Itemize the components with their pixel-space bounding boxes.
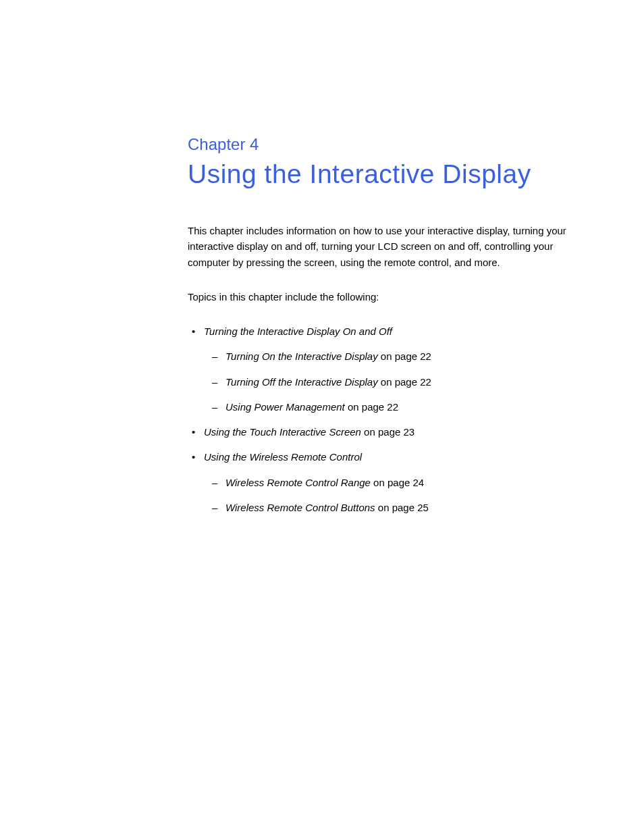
toc-item-title: Using the Touch Interactive Screen: [204, 426, 361, 438]
toc-sublist: Wireless Remote Control Range on page 24…: [204, 475, 590, 516]
toc-subitem-title: Using Power Management: [225, 401, 345, 413]
intro-paragraph: This chapter includes information on how…: [188, 223, 590, 270]
toc-subitem: Turning Off the Interactive Display on p…: [204, 374, 590, 390]
toc-item-title: Using the Wireless Remote Control: [204, 451, 362, 463]
toc-subitem: Turning On the Interactive Display on pa…: [204, 348, 590, 364]
toc-item: Using the Wireless Remote Control Wirele…: [188, 449, 590, 515]
toc-subitem-title: Turning On the Interactive Display: [225, 350, 378, 362]
toc-item-title: Turning the Interactive Display On and O…: [204, 325, 392, 337]
toc-item: Using the Touch Interactive Screen on pa…: [188, 424, 590, 440]
toc-page-ref: on page 22: [378, 376, 431, 388]
toc-subitem: Using Power Management on page 22: [204, 399, 590, 415]
toc-sublist: Turning On the Interactive Display on pa…: [204, 348, 590, 415]
toc-subitem: Wireless Remote Control Range on page 24: [204, 475, 590, 490]
chapter-label: Chapter 4: [188, 135, 590, 154]
toc-page-ref: on page 22: [345, 401, 398, 413]
toc-list: Turning the Interactive Display On and O…: [188, 323, 590, 515]
toc-page-ref: on page 25: [375, 502, 429, 513]
toc-item: Turning the Interactive Display On and O…: [188, 323, 590, 415]
topics-intro: Topics in this chapter include the follo…: [188, 289, 590, 305]
toc-subitem-title: Wireless Remote Control Range: [225, 477, 371, 488]
toc-subitem-title: Wireless Remote Control Buttons: [225, 502, 375, 513]
toc-page-ref: on page 22: [378, 350, 431, 362]
toc-subitem-title: Turning Off the Interactive Display: [225, 376, 378, 388]
toc-page-ref: on page 23: [361, 426, 414, 438]
chapter-title: Using the Interactive Display: [188, 159, 590, 189]
toc-page-ref: on page 24: [371, 477, 424, 488]
toc-subitem: Wireless Remote Control Buttons on page …: [204, 500, 590, 515]
